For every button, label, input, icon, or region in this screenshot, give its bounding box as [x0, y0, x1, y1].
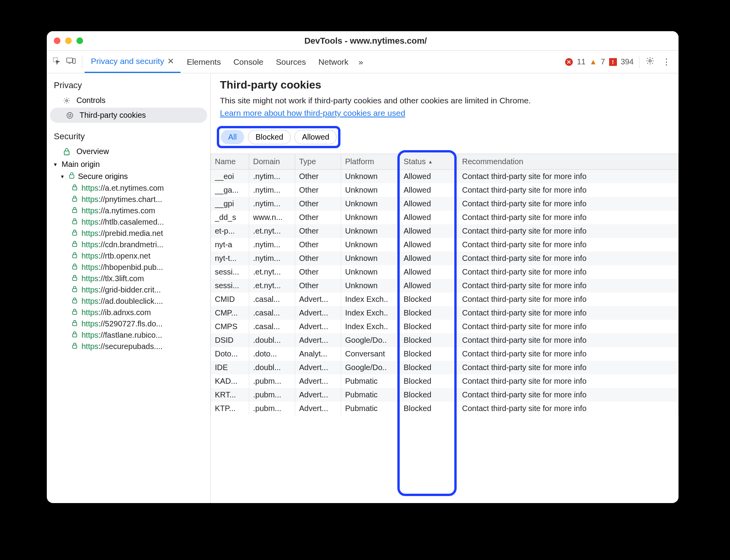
cell-type: Other — [295, 170, 341, 184]
tree-label: Secure origins — [78, 172, 128, 181]
cell-platform: Pubmatic — [341, 388, 400, 402]
table-row[interactable]: sessi....et.nyt...OtherUnknownAllowedCon… — [211, 265, 679, 279]
cell-rec: Contact third-party site for more info — [458, 265, 679, 279]
svg-rect-16 — [73, 232, 77, 235]
table-row[interactable]: KTP....pubm...Advert...PubmaticBlockedCo… — [211, 402, 679, 415]
table-row[interactable]: CMP....casal...Advert...Index Exch..Bloc… — [211, 306, 679, 320]
origin-item[interactable]: https://prebid.media.net — [47, 228, 210, 239]
cell-rec: Contact third-party site for more info — [458, 252, 679, 265]
cell-rec: Contact third-party site for more info — [458, 224, 679, 238]
origin-item[interactable]: https://pnytimes.chart... — [47, 194, 210, 205]
tab-network[interactable]: Network — [312, 51, 355, 73]
settings-icon[interactable] — [642, 57, 658, 67]
table-row[interactable]: KAD....pubm...Advert...PubmaticBlockedCo… — [211, 374, 679, 388]
origin-item[interactable]: https://grid-bidder.crit... — [47, 284, 210, 296]
col-type[interactable]: Type — [295, 154, 341, 170]
table-row[interactable]: Doto....doto...Analyt...ConversantBlocke… — [211, 347, 679, 361]
table-row[interactable]: sessi....et.nyt...OtherUnknownAllowedCon… — [211, 279, 679, 292]
tabs-overflow-icon[interactable]: » — [355, 51, 367, 73]
table-row[interactable]: CMID.casal...Advert...Index Exch..Blocke… — [211, 292, 679, 306]
tab-console[interactable]: Console — [227, 51, 269, 73]
sidebar-item-overview[interactable]: Overview — [47, 145, 210, 158]
table-row[interactable]: et-p....et.nyt...OtherUnknownAllowedCont… — [211, 224, 679, 238]
filter-chip-allowed[interactable]: Allowed — [294, 130, 337, 144]
origin-item[interactable]: https://securepubads.... — [47, 341, 210, 352]
zoom-icon[interactable] — [76, 37, 83, 44]
learn-more-link[interactable]: Learn more about how third-party cookies… — [220, 108, 405, 117]
col-domain[interactable]: Domain — [249, 154, 295, 170]
origin-item[interactable]: https://fastlane.rubico... — [47, 330, 210, 341]
col-platform[interactable]: Platform — [341, 154, 400, 170]
origin-item[interactable]: https://5290727.fls.do... — [47, 318, 210, 330]
table-row[interactable]: CMPS.casal...Advert...Index Exch..Blocke… — [211, 320, 679, 333]
device-toggle-icon[interactable] — [66, 57, 76, 67]
origin-url: https://pnytimes.chart... — [82, 195, 162, 204]
cell-rec: Contact third-party site for more info — [458, 347, 679, 361]
filter-chip-blocked[interactable]: Blocked — [248, 130, 291, 144]
cell-platform: Google/Do.. — [341, 333, 400, 347]
cell-type: Advert... — [295, 361, 341, 374]
cell-status: Blocked — [400, 306, 458, 320]
table-row[interactable]: nyt-a.nytim...OtherUnknownAllowedContact… — [211, 238, 679, 252]
close-icon[interactable] — [54, 37, 60, 44]
lock-icon — [72, 286, 78, 294]
cell-name: CMPS — [211, 320, 249, 333]
tab-elements[interactable]: Elements — [181, 51, 227, 73]
filter-chip-all[interactable]: All — [221, 130, 244, 144]
warning-icon: ▲ — [590, 58, 597, 66]
tab-sources[interactable]: Sources — [270, 51, 312, 73]
origin-url: https://prebid.media.net — [82, 229, 163, 238]
col-name[interactable]: Name — [211, 154, 249, 170]
svg-rect-14 — [73, 209, 77, 213]
cell-status: Allowed — [400, 252, 458, 265]
col-recommendation[interactable]: Recommendation — [458, 154, 679, 170]
cell-name: Doto... — [211, 347, 249, 361]
tree-secure-origins[interactable]: ▼ Secure origins — [47, 170, 210, 183]
tree-main-origin[interactable]: ▼ Main origin — [47, 158, 210, 170]
svg-rect-15 — [73, 221, 77, 224]
status-counters[interactable]: ✕ 11 ▲ 7 ! 394 — [562, 57, 637, 66]
table-row[interactable]: __ga....nytim...OtherUnknownAllowedConta… — [211, 183, 679, 197]
origin-item[interactable]: https://hbopenbid.pub... — [47, 262, 210, 273]
table-row[interactable]: KRT....pubm...Advert...PubmaticBlockedCo… — [211, 388, 679, 402]
cell-domain: .casal... — [249, 292, 295, 306]
inspect-element-icon[interactable] — [52, 57, 61, 67]
origin-item[interactable]: https://a.et.nytimes.com — [47, 183, 210, 194]
svg-rect-24 — [73, 323, 77, 326]
minimize-icon[interactable] — [65, 37, 72, 44]
table-row[interactable]: __eoi.nytim...OtherUnknownAllowedContact… — [211, 170, 679, 184]
cell-domain: .doubl... — [249, 361, 295, 374]
cell-name: _dd_s — [211, 211, 249, 224]
origin-item[interactable]: https://rtb.openx.net — [47, 250, 210, 262]
cell-type: Other — [295, 224, 341, 238]
svg-rect-1 — [67, 58, 73, 62]
table-row[interactable]: nyt-t....nytim...OtherUnknownAllowedCont… — [211, 252, 679, 265]
origin-item[interactable]: https://tlx.3lift.com — [47, 273, 210, 284]
table-row[interactable]: __gpi.nytim...OtherUnknownAllowedContact… — [211, 197, 679, 211]
cell-platform: Unknown — [341, 170, 400, 184]
cell-domain: .nytim... — [249, 197, 295, 211]
tab-privacy-security[interactable]: Privacy and security ✕ — [85, 51, 181, 73]
col-status[interactable]: Status ▲ — [400, 154, 458, 170]
cell-status: Blocked — [400, 402, 458, 415]
table-row[interactable]: DSID.doubl...Advert...Google/Do..Blocked… — [211, 333, 679, 347]
origin-item[interactable]: https://cdn.brandmetri... — [47, 239, 210, 250]
origin-item[interactable]: https://ad.doubleclick.... — [47, 296, 210, 307]
origin-item[interactable]: https://ib.adnxs.com — [47, 307, 210, 318]
table-row[interactable]: IDE.doubl...Advert...Google/Do..BlockedC… — [211, 361, 679, 374]
cell-rec: Contact third-party site for more info — [458, 388, 679, 402]
cell-domain: .pubm... — [249, 402, 295, 415]
tab-close-icon[interactable]: ✕ — [167, 57, 174, 66]
cell-type: Other — [295, 265, 341, 279]
sidebar-item-third-party-cookies[interactable]: Third-party cookies — [50, 108, 207, 123]
sidebar: Privacy Controls Third-party cookies Sec… — [47, 73, 211, 503]
cell-platform: Index Exch.. — [341, 292, 400, 306]
origin-item[interactable]: https://a.nytimes.com — [47, 205, 210, 216]
kebab-menu-icon[interactable]: ⋮ — [658, 57, 675, 67]
sidebar-item-controls[interactable]: Controls — [47, 94, 210, 107]
table-row[interactable]: _dd_swww.n...OtherUnknownAllowedContact … — [211, 211, 679, 224]
origin-url: https://tlx.3lift.com — [82, 274, 144, 283]
svg-point-9 — [71, 115, 71, 116]
origin-item[interactable]: https://htlb.casalemed... — [47, 216, 210, 228]
cell-type: Other — [295, 197, 341, 211]
